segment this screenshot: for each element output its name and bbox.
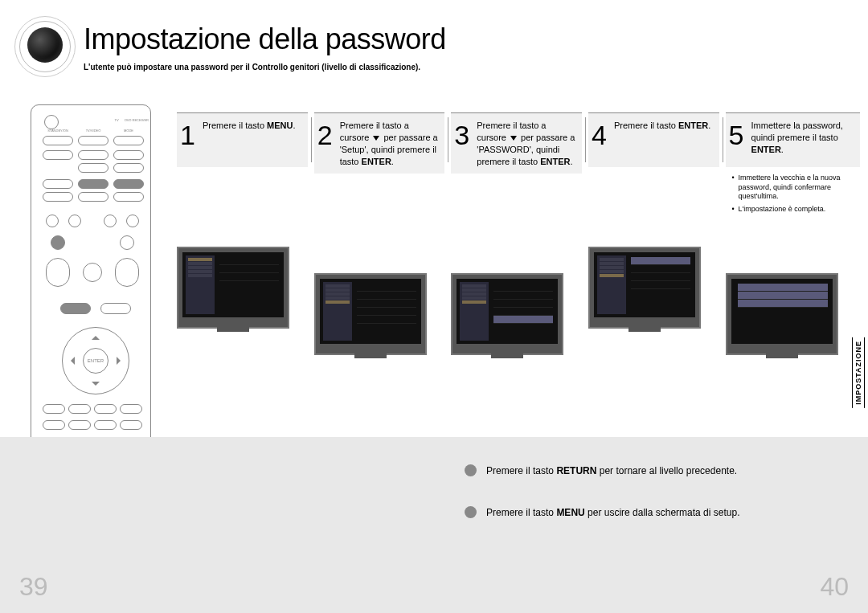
step-text: .	[391, 157, 394, 166]
step-text: .	[708, 121, 710, 130]
step-1: 1 Premere il tasto MENU.	[177, 112, 308, 218]
bullet-icon	[465, 506, 477, 518]
remote-button	[78, 136, 108, 145]
step-text: Immettere la password, quindi premere il…	[751, 121, 843, 142]
note-return: Premere il tasto RETURN per tornare al l…	[465, 464, 737, 476]
note-menu: Premere il tasto MENU per uscire dalla s…	[465, 506, 739, 518]
remote-button	[43, 192, 73, 202]
bullet-item: L'impostazione è completa.	[732, 205, 860, 215]
enter-button-icon: ENTER	[83, 348, 108, 374]
remote-button	[78, 179, 108, 189]
page-number-left: 39	[19, 572, 48, 602]
remote-button	[113, 136, 144, 145]
step-bullets: Immettere la vecchia e la nuova password…	[726, 174, 860, 215]
remote-button	[78, 163, 108, 173]
remote-button-highlighted	[113, 179, 144, 189]
remote-button	[113, 163, 144, 173]
remote-button	[113, 192, 144, 202]
remote-label: DVD RECEIVER	[113, 118, 161, 122]
power-button-icon	[44, 115, 59, 129]
step-4: 4 Premere il tasto ENTER.	[588, 112, 719, 218]
dpad: ENTER	[62, 327, 129, 394]
remote-button	[120, 420, 142, 430]
info-button-icon	[100, 303, 131, 314]
volume-rocker	[46, 258, 70, 287]
note-key: MENU	[556, 507, 584, 518]
step-key: MENU	[267, 121, 293, 130]
remote-button	[68, 420, 91, 430]
channel-rocker	[115, 258, 139, 287]
tv-screenshot	[314, 273, 427, 355]
page-title: Impostazione della password	[84, 22, 446, 56]
step-3: 3 Premere il tasto a cursore per passare…	[451, 112, 582, 218]
remote-button	[43, 136, 73, 145]
remote-button	[94, 420, 117, 430]
remote-button	[113, 150, 144, 160]
step-text: Premere il tasto	[614, 121, 676, 130]
lower-band	[0, 437, 868, 613]
remote-label: STANDBY/ON	[43, 129, 73, 133]
tv-screenshot	[588, 247, 701, 329]
cursor-down-icon	[509, 133, 518, 142]
step-text: Premere il tasto	[203, 121, 264, 130]
step-2: 2 Premere il tasto a cursore per passare…	[314, 112, 445, 218]
remote-button	[68, 404, 91, 414]
speaker-icon	[14, 16, 77, 79]
remote-button	[78, 192, 108, 202]
step-number: 5	[729, 121, 744, 149]
cursor-down-icon	[371, 133, 381, 142]
next-icon	[126, 215, 139, 227]
step-5: 5 Immettere la password, quindi premere …	[726, 112, 860, 218]
remote-button	[120, 404, 142, 414]
menu-button-icon	[60, 303, 91, 314]
step-key: ENTER	[751, 145, 781, 154]
remote-button	[78, 150, 108, 160]
step-number: 3	[454, 121, 469, 149]
tv-screenshot	[726, 273, 838, 355]
tv-screenshot	[451, 273, 563, 355]
tv-screenshot	[177, 247, 289, 329]
step-key: ENTER	[362, 157, 391, 166]
prev-icon	[46, 215, 59, 227]
note-text: per uscire dalla schermata di setup.	[585, 507, 740, 518]
note-text: Premere il tasto	[486, 507, 556, 518]
note-text: Premere il tasto	[486, 465, 556, 476]
step-number: 1	[180, 121, 195, 149]
page-subtitle: L'utente può impostare una password per …	[84, 63, 420, 72]
rewind-icon	[68, 215, 81, 227]
play-icon	[120, 235, 134, 250]
remote-button	[43, 404, 65, 414]
step-text: .	[293, 121, 295, 130]
mute-icon	[83, 263, 102, 282]
note-text: per tornare al livello precedente.	[596, 465, 737, 476]
step-number: 2	[317, 121, 333, 149]
stop-icon	[51, 235, 65, 250]
remote-button	[94, 404, 117, 414]
section-tab: IMPOSTAZIONE	[852, 337, 865, 408]
remote-button	[43, 179, 73, 189]
steps-row: 1 Premere il tasto MENU.	[177, 112, 860, 218]
note-key: RETURN	[556, 465, 596, 476]
remote-label: MODE	[113, 129, 144, 133]
remote-button	[43, 420, 65, 430]
manual-page: Impostazione della password L'utente può…	[0, 0, 868, 613]
step-text: .	[781, 145, 784, 154]
page-number-right: 40	[820, 572, 849, 602]
remote-button	[43, 150, 73, 160]
forward-icon	[104, 215, 117, 227]
step-text: .	[570, 157, 572, 166]
step-key: ENTER	[678, 121, 708, 130]
bullet-item: Immettere la vecchia e la nuova password…	[732, 174, 860, 202]
remote-label: TV/VIDEO	[78, 129, 108, 133]
bullet-icon	[465, 464, 477, 476]
step-number: 4	[592, 121, 607, 149]
step-key: ENTER	[540, 157, 570, 166]
